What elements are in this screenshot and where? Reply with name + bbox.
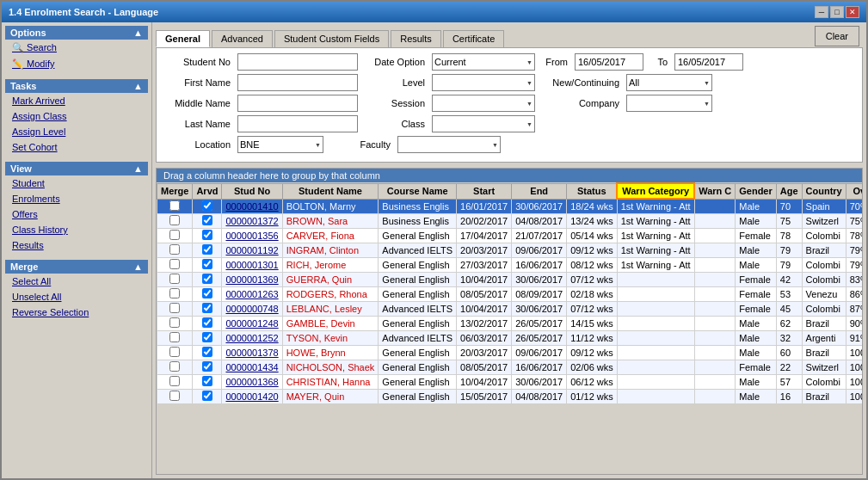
- level-select[interactable]: [432, 74, 535, 91]
- merge-checkbox[interactable]: [169, 215, 180, 225]
- table-row[interactable]: 0000000748LEBLANC, LesleyAdvanced IELTS1…: [157, 301, 863, 316]
- merge-checkbox[interactable]: [169, 274, 180, 284]
- tab-student-custom-fields[interactable]: Student Custom Fields: [274, 30, 389, 47]
- stud-no-link[interactable]: 0000001378: [225, 348, 278, 358]
- stud-no-link[interactable]: 0000001192: [225, 245, 278, 255]
- table-row[interactable]: 0000001378HOWE, BrynnGeneral English20/0…: [157, 345, 863, 360]
- sidebar-item-modify[interactable]: ✏️ Modify: [5, 56, 148, 72]
- col-merge[interactable]: Merge: [157, 183, 193, 199]
- table-row[interactable]: 0000001410BOLTON, MarnyBusiness Englis16…: [157, 199, 863, 213]
- stud-no-link[interactable]: 0000001420: [225, 391, 278, 402]
- arvd-checkbox[interactable]: [202, 215, 212, 225]
- table-row[interactable]: 0000001192INGRAM, ClintonAdvanced IELTS2…: [157, 243, 863, 257]
- minimize-button[interactable]: ─: [815, 6, 828, 18]
- arvd-checkbox[interactable]: [202, 317, 212, 328]
- last-name-input[interactable]: [237, 115, 358, 132]
- close-button[interactable]: ✕: [846, 6, 859, 18]
- stud-no-link[interactable]: 0000001252: [225, 333, 278, 343]
- merge-checkbox[interactable]: [169, 230, 180, 240]
- col-student-name[interactable]: Student Name: [282, 183, 379, 199]
- sidebar-item-mark-arrived[interactable]: Mark Arrived: [5, 93, 148, 108]
- to-input[interactable]: [674, 53, 743, 71]
- student-name[interactable]: RICH, Jerome: [286, 260, 347, 270]
- col-course-name[interactable]: Course Name: [379, 183, 457, 199]
- sidebar-item-class-history[interactable]: Class History: [5, 222, 148, 237]
- session-select[interactable]: [432, 95, 535, 112]
- date-option-select[interactable]: CurrentPastFutureAll: [432, 53, 535, 71]
- stud-no-link[interactable]: 0000001410: [225, 201, 278, 212]
- sidebar-item-select-all[interactable]: Select All: [5, 274, 148, 289]
- company-select[interactable]: [626, 95, 712, 112]
- table-row[interactable]: 0000001372BROWN, SaraBusiness Englis20/0…: [157, 213, 863, 228]
- arvd-checkbox[interactable]: [202, 391, 212, 401]
- arvd-checkbox[interactable]: [202, 244, 212, 255]
- sidebar-item-student[interactable]: Student: [5, 175, 148, 191]
- from-input[interactable]: [575, 53, 643, 71]
- sidebar-item-reverse-selection[interactable]: Reverse Selection: [5, 305, 148, 320]
- arvd-checkbox[interactable]: [202, 376, 212, 386]
- student-no-input[interactable]: [237, 53, 358, 71]
- merge-checkbox[interactable]: [169, 361, 180, 372]
- col-end[interactable]: End: [512, 183, 567, 199]
- sidebar-item-offers[interactable]: Offers: [5, 206, 148, 222]
- stud-no-link[interactable]: 0000000748: [225, 304, 278, 314]
- sidebar-item-unselect-all[interactable]: Unselect All: [5, 289, 148, 305]
- tab-results[interactable]: Results: [391, 30, 441, 47]
- student-name[interactable]: GAMBLE, Devin: [286, 318, 355, 329]
- merge-checkbox[interactable]: [169, 288, 180, 298]
- arvd-checkbox[interactable]: [202, 200, 212, 211]
- arvd-checkbox[interactable]: [202, 259, 212, 269]
- clear-button[interactable]: Clear: [815, 26, 859, 46]
- merge-checkbox[interactable]: [169, 376, 180, 386]
- student-name[interactable]: LEBLANC, Lesley: [286, 304, 362, 314]
- tab-certificate[interactable]: Certificate: [443, 30, 505, 47]
- student-name[interactable]: INGRAM, Clinton: [286, 245, 359, 255]
- sidebar-item-search[interactable]: 🔍 Search: [5, 40, 148, 56]
- student-name[interactable]: CARVER, Fiona: [286, 231, 354, 241]
- maximize-button[interactable]: □: [830, 6, 844, 18]
- col-warn-c[interactable]: Warn C: [694, 183, 736, 199]
- table-row[interactable]: 0000001263RODGERS, RhonaGeneral English0…: [157, 286, 863, 301]
- merge-checkbox[interactable]: [169, 259, 180, 269]
- table-row[interactable]: 0000001248GAMBLE, DevinGeneral English13…: [157, 316, 863, 330]
- col-ove[interactable]: Ove: [846, 183, 862, 199]
- arvd-checkbox[interactable]: [202, 303, 212, 313]
- location-select[interactable]: BNE: [237, 136, 323, 153]
- class-select[interactable]: [432, 115, 535, 132]
- table-row[interactable]: 0000001434NICHOLSON, ShaekGeneral Englis…: [157, 360, 863, 374]
- table-scroll[interactable]: Merge Arvd Stud No Student Name Course N…: [157, 182, 862, 474]
- arvd-checkbox[interactable]: [202, 230, 212, 240]
- tab-advanced[interactable]: Advanced: [212, 30, 273, 47]
- student-name[interactable]: BOLTON, Marny: [286, 201, 356, 212]
- stud-no-link[interactable]: 0000001434: [225, 362, 278, 372]
- student-name[interactable]: NICHOLSON, Shaek: [286, 362, 375, 372]
- table-row[interactable]: 0000001356CARVER, FionaGeneral English17…: [157, 228, 863, 243]
- student-name[interactable]: HOWE, Brynn: [286, 348, 346, 358]
- merge-checkbox[interactable]: [169, 317, 180, 328]
- sidebar-item-assign-class[interactable]: Assign Class: [5, 108, 148, 124]
- merge-checkbox[interactable]: [169, 200, 180, 211]
- stud-no-link[interactable]: 0000001369: [225, 274, 278, 285]
- sidebar-item-enrolments[interactable]: Enrolments: [5, 191, 148, 206]
- student-name[interactable]: CHRISTIAN, Hanna: [286, 377, 371, 387]
- student-name[interactable]: GUERRA, Quin: [286, 274, 352, 285]
- first-name-input[interactable]: [237, 74, 358, 91]
- student-name[interactable]: BROWN, Sara: [286, 216, 348, 226]
- merge-checkbox[interactable]: [169, 244, 180, 255]
- merge-checkbox[interactable]: [169, 347, 180, 357]
- student-name[interactable]: RODGERS, Rhona: [286, 289, 367, 299]
- sidebar-item-results[interactable]: Results: [5, 237, 148, 253]
- table-row[interactable]: 0000001369GUERRA, QuinGeneral English10/…: [157, 272, 863, 286]
- tab-general[interactable]: General: [156, 30, 210, 47]
- stud-no-link[interactable]: 0000001368: [225, 377, 278, 387]
- table-row[interactable]: 0000001420MAYER, QuinGeneral English15/0…: [157, 389, 863, 403]
- new-continuing-select[interactable]: AllNewContinuing: [626, 74, 712, 91]
- stud-no-link[interactable]: 0000001372: [225, 216, 278, 226]
- student-name[interactable]: TYSON, Kevin: [286, 333, 348, 343]
- col-gender[interactable]: Gender: [736, 183, 777, 199]
- arvd-checkbox[interactable]: [202, 361, 212, 372]
- col-country[interactable]: Country: [802, 183, 846, 199]
- stud-no-link[interactable]: 0000001356: [225, 231, 278, 241]
- sidebar-item-set-cohort[interactable]: Set Cohort: [5, 139, 148, 155]
- student-name[interactable]: MAYER, Quin: [286, 391, 345, 402]
